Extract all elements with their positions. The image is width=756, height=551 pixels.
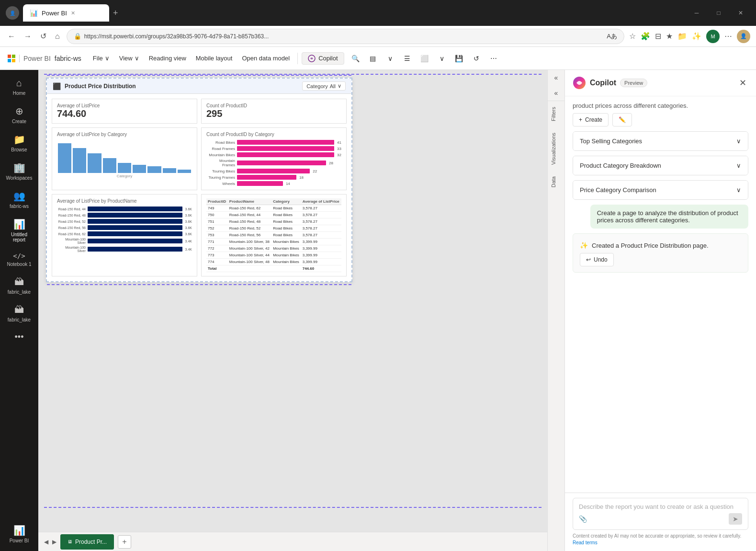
split-icon[interactable]: ⊟: [655, 32, 661, 41]
sidebar-more-dots[interactable]: •••: [11, 328, 28, 346]
mobile-layout-btn[interactable]: Mobile layout: [192, 53, 237, 64]
copilot-close-button[interactable]: ✕: [737, 76, 748, 90]
page-next-btn[interactable]: ▶: [52, 539, 56, 545]
suggestion-top-selling: Top Selling Categories ∨: [573, 131, 748, 151]
refresh-data-btn[interactable]: ↺: [469, 51, 484, 66]
prod-val-1: 3.6K: [185, 207, 192, 211]
suggestion-accordion-header-3[interactable]: Price Category Comparison ∨: [573, 181, 748, 199]
publish-dropdown[interactable]: ∨: [434, 51, 450, 66]
bar-2: [73, 148, 86, 173]
sidebar-item-browse[interactable]: 📁 Browse: [2, 130, 36, 156]
data-collapsed-tab[interactable]: Data: [548, 171, 564, 193]
page-prev-btn[interactable]: ◀: [44, 539, 48, 545]
browser-profile-green[interactable]: M: [706, 30, 720, 43]
home-button[interactable]: ⌂: [53, 30, 62, 43]
search-visuals-btn[interactable]: 🔍: [348, 51, 363, 66]
suggestion-chevron-1: ∨: [736, 138, 741, 145]
suggestion-accordion-header-2[interactable]: Product Category Breakdown ∨: [573, 156, 748, 175]
hbar-row-5: Touring Bikes 22: [206, 169, 341, 173]
filters-collapsed-tab[interactable]: Filters: [548, 101, 564, 127]
copilot-input-box[interactable]: Describe the report you want to create o…: [573, 498, 748, 530]
lake1-icon: 🏔: [14, 276, 24, 287]
app-logo: Power BI fabric-ws: [8, 55, 81, 62]
sidebar-item-untitled-report[interactable]: 📊 Untitled report: [2, 215, 36, 246]
more-options-icon[interactable]: ⋯: [724, 32, 732, 41]
h-bar-chart-product: Road-150 Red, 44 3.6K Road-150 Red, 48 3…: [57, 207, 192, 253]
notebook-icon: </>: [13, 252, 25, 260]
add-page-button[interactable]: +: [118, 535, 131, 549]
send-button[interactable]: ➤: [729, 513, 742, 525]
fabric-ws-icon: 👥: [13, 190, 25, 202]
tab-close[interactable]: ✕: [71, 10, 75, 16]
refresh-button[interactable]: ↺: [38, 30, 48, 43]
sidebar-item-fabric-ws[interactable]: 👥 fabric-ws: [2, 186, 36, 213]
collapse-all-btn[interactable]: «: [548, 70, 564, 85]
edit-button[interactable]: ✏️: [612, 113, 632, 126]
chart-x-label: Category: [57, 174, 192, 178]
copilot-header: Copilot Preview ✕: [565, 70, 756, 96]
chart-table: ProductID ProductName Category Average o…: [201, 194, 347, 276]
format-dropdown[interactable]: ∨: [383, 51, 398, 66]
tab-icon: 📊: [30, 9, 38, 17]
collapse-btn-2[interactable]: «: [548, 85, 564, 101]
hbar-1: [237, 140, 334, 145]
url-bar[interactable]: 🔒 https://msit.powerbi.com/groups/32a98b…: [67, 29, 624, 44]
h-bar-chart-count: Road Bikes 41 Road Frames 33: [206, 140, 341, 186]
page-tab-product[interactable]: 🖥 Product Pr...: [60, 534, 114, 550]
data-btn[interactable]: ☰: [400, 51, 415, 66]
bar-chart-avgprice: Category: [57, 140, 192, 178]
copilot-edge-icon[interactable]: ✨: [692, 32, 701, 41]
sidebar-item-fabric-lake1[interactable]: 🏔 fabric_lake: [2, 273, 36, 298]
attachment-icon[interactable]: 📎: [579, 515, 587, 523]
publish-btn[interactable]: ⬜: [417, 51, 432, 66]
send-icon: ➤: [733, 515, 738, 523]
browser-tab-powerbi[interactable]: 📊 Power BI ✕: [23, 4, 109, 22]
sidebar-item-create[interactable]: ⊕ Create: [2, 102, 36, 128]
forward-button[interactable]: →: [22, 30, 34, 43]
suggestion-label-1: Top Selling Categories: [580, 138, 642, 145]
bookmark-icon[interactable]: ☆: [629, 32, 636, 41]
prod-label-7: Mountain-100 Silver: [57, 246, 86, 253]
new-tab-button[interactable]: +: [113, 8, 118, 18]
bar-7: [147, 166, 161, 173]
browser-user-avatar[interactable]: 👤: [737, 30, 750, 43]
suggestion-accordion-header-1[interactable]: Top Selling Categories ∨: [573, 132, 748, 150]
favorites-icon[interactable]: ★: [666, 32, 673, 41]
page-tabs: ◀ ▶ 🖥 Product Pr... +: [38, 532, 547, 551]
create-button[interactable]: + Create: [573, 113, 609, 126]
visualizations-label: Visualizations: [551, 133, 556, 165]
view-chevron: ∨: [135, 55, 139, 62]
copilot-button[interactable]: Copilot: [302, 52, 344, 65]
back-button[interactable]: ←: [6, 30, 17, 43]
format-btn[interactable]: ▤: [365, 51, 381, 66]
more-options-btn[interactable]: ⋯: [486, 51, 501, 66]
url-text: https://msit.powerbi.com/groups/32a98b35…: [84, 33, 604, 40]
visualizations-collapsed-tab[interactable]: Visualizations: [548, 127, 564, 171]
minimize-button[interactable]: ─: [687, 5, 706, 21]
save-btn[interactable]: 💾: [451, 51, 467, 66]
sidebar-item-home[interactable]: ⌂ Home: [2, 74, 36, 100]
file-menu[interactable]: File ∨: [89, 53, 113, 64]
close-button[interactable]: ✕: [731, 5, 750, 21]
sidebar-item-power-bi[interactable]: 📊 Power BI: [2, 521, 36, 547]
open-data-model-btn[interactable]: Open data model: [238, 53, 293, 64]
copilot-disclaimer: Content created by AI may not be accurat…: [573, 533, 748, 546]
report-filter-btn[interactable]: Category All ∨: [302, 81, 346, 91]
edit-icon: ✏️: [619, 116, 626, 123]
sidebar-item-workspaces[interactable]: 🏢 Workspaces: [2, 158, 36, 184]
view-menu[interactable]: View ∨: [115, 53, 143, 64]
col-productid: ProductID: [206, 198, 228, 205]
hbar-row-3: Mountain Bikes 32: [206, 152, 341, 157]
maximize-button[interactable]: □: [709, 5, 728, 21]
metric-card-count: Count of ProductID 295: [201, 99, 347, 124]
reading-view-btn[interactable]: Reading view: [145, 53, 190, 64]
collections-icon[interactable]: 📁: [677, 32, 687, 41]
sidebar-item-fabric-lake2[interactable]: 🏔 fabric_lake: [2, 300, 36, 326]
table-row: 773Mountain-100 Silver, 44Mountain Bikes…: [206, 252, 341, 259]
read-terms-link[interactable]: Read terms: [573, 540, 598, 545]
undo-button[interactable]: ↩ Undo: [580, 253, 614, 266]
col-productname: ProductName: [228, 198, 271, 205]
extensions-icon[interactable]: 🧩: [641, 32, 650, 41]
sidebar-item-notebook[interactable]: </> Notebook 1: [2, 248, 36, 271]
copilot-body: product prices across different categori…: [565, 96, 756, 493]
